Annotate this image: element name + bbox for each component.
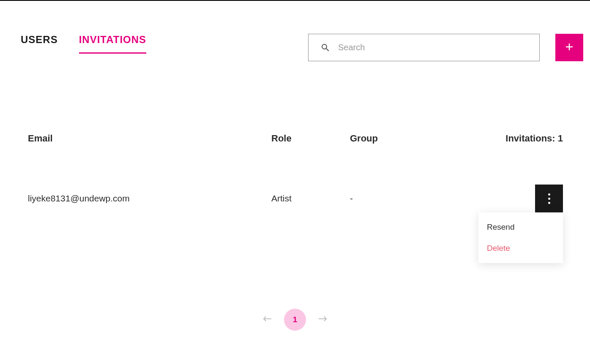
pagination-page-1[interactable]: 1 xyxy=(284,309,306,331)
row-actions-menu: Resend Delete xyxy=(478,212,563,263)
header-role: Role xyxy=(271,133,350,144)
pagination: 1 xyxy=(0,309,590,331)
header-email: Email xyxy=(28,133,271,144)
header-row: USERS INVITATIONS xyxy=(0,1,590,61)
more-vertical-icon xyxy=(548,193,550,204)
menu-item-resend[interactable]: Resend xyxy=(478,217,563,238)
cell-role: Artist xyxy=(271,193,350,204)
table-row: liyeke8131@undewp.com Artist - Resend De… xyxy=(28,185,563,212)
arrow-left-icon xyxy=(263,315,272,324)
tab-users[interactable]: USERS xyxy=(21,34,58,54)
arrow-right-icon xyxy=(318,315,327,324)
plus-icon xyxy=(564,42,574,54)
pagination-prev[interactable] xyxy=(263,315,272,324)
add-button[interactable] xyxy=(555,34,583,61)
search-box[interactable] xyxy=(308,34,540,61)
row-actions-button[interactable] xyxy=(535,185,563,212)
cell-group: - xyxy=(350,193,481,204)
cell-email: liyeke8131@undewp.com xyxy=(28,193,271,204)
search-icon xyxy=(320,43,331,53)
header-group: Group xyxy=(350,133,481,144)
search-input[interactable] xyxy=(338,43,531,52)
menu-item-delete[interactable]: Delete xyxy=(478,238,563,259)
invitations-table: Email Role Group Invitations: 1 liyeke81… xyxy=(0,133,590,212)
tab-invitations[interactable]: INVITATIONS xyxy=(79,34,146,54)
tabs: USERS INVITATIONS xyxy=(21,34,300,54)
header-invitations-count: Invitations: 1 xyxy=(481,133,563,144)
pagination-next[interactable] xyxy=(318,315,327,324)
table-header: Email Role Group Invitations: 1 xyxy=(28,133,563,144)
